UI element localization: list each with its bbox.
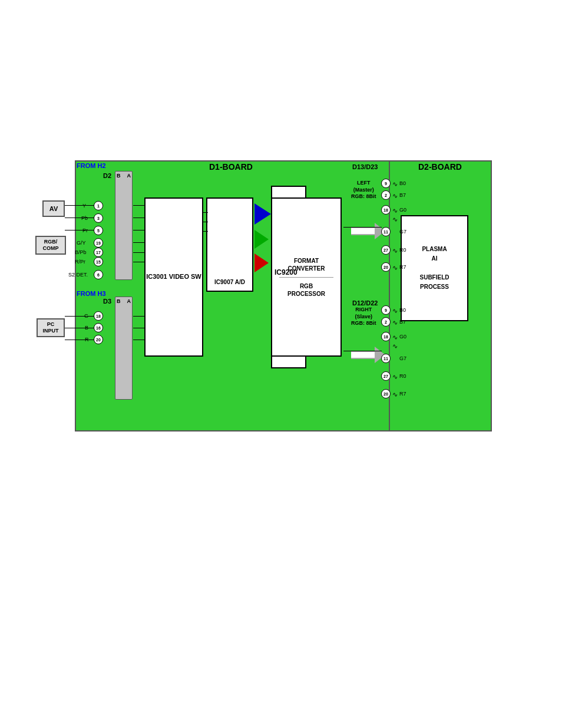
d2-board-label: D2-BOARD [418, 162, 462, 172]
right-b7-label: B7 [399, 319, 406, 325]
d2-connector-strip: B A [115, 171, 133, 280]
right-pin-2: 2 [381, 317, 391, 327]
pc-input-block: PCINPUT [37, 318, 65, 337]
left-r0-wavy: ∿ [392, 247, 398, 255]
pin-y-label: Y [82, 203, 86, 209]
d1-board-label: D1-BOARD [209, 162, 253, 172]
pin-r: 20 [94, 335, 103, 344]
left-label: LEFT(Master)RGB: 8Bit [351, 180, 376, 200]
av-label: AV [49, 205, 58, 212]
pin-y: 1 [94, 201, 103, 210]
line-pr [65, 230, 94, 230]
left-r0-label: R0 [399, 247, 406, 253]
left-r7-wavy: ∿ [392, 264, 398, 272]
d3-ic3001-line-1 [133, 316, 145, 317]
d2-connector-label: D2 [103, 172, 111, 179]
right-r7-label: R7 [399, 391, 406, 397]
right-pin-20: 20 [381, 389, 391, 398]
red-arrow [254, 253, 269, 272]
pin-pr: 5 [94, 226, 103, 235]
right-r7-wavy: ∿ [392, 391, 398, 398]
line-to-left-pins [343, 227, 382, 228]
right-g0-label: G0 [399, 334, 406, 340]
line-to-ic3001-2 [133, 218, 145, 218]
right-pin-18: 18 [381, 332, 391, 341]
left-b7-wavy: ∿ [392, 192, 398, 200]
pin-bpb: 17 [94, 248, 103, 257]
ic3001-block: IC3001 VIDEO SW [144, 197, 203, 357]
right-arrow [351, 347, 385, 363]
d3-connector-label: D3 [103, 298, 111, 305]
left-b0-label: B0 [399, 180, 406, 186]
right-pin-11: 11 [381, 354, 391, 363]
ic3001-label: IC3001 VIDEO SW [146, 272, 201, 281]
line-to-right-pins [343, 351, 382, 351]
right-g0-wavy2: ∿ [392, 342, 398, 350]
right-r0-label: R0 [399, 373, 406, 379]
left-b7-label: B7 [399, 192, 406, 198]
right-pin-9: 9 [381, 305, 391, 315]
line-ic3001-ic9007-3 [203, 231, 208, 232]
line-to-ic3001-6 [133, 262, 145, 262]
plasma-label: PLASMAAISUBFIELDPROCESS [420, 245, 449, 292]
ic9007-block: IC9007 A/D [206, 197, 253, 292]
left-pin-9: 9 [381, 179, 391, 188]
pin-gy-label: G/Y [77, 240, 86, 246]
right-b7-wavy: ∿ [392, 319, 398, 327]
left-r7-label: R7 [399, 264, 406, 270]
d3-ic3001-line-3 [133, 340, 145, 340]
pc-line-b [65, 328, 94, 328]
line-to-ic3001-4 [133, 242, 145, 243]
right-g0-wavy: ∿ [392, 334, 398, 341]
rgb-comp-label: RGB/COMP [43, 239, 59, 252]
line-pb [65, 218, 94, 218]
pin-gy: 19 [94, 238, 103, 248]
ic9200-overlay-label: IC9200 [275, 268, 297, 276]
left-g0-label: G0 [399, 207, 406, 213]
left-pin-27: 27 [381, 245, 391, 255]
left-arrow [351, 223, 385, 239]
d12-d22-label: D12/D22 [352, 299, 378, 307]
ic9007-label: IC9007 A/D [214, 278, 245, 286]
pin-rpr: 15 [94, 257, 103, 266]
green-arrow [254, 230, 269, 249]
right-b0-label: B0 [399, 307, 406, 313]
rgb-comp-input-block: RGB/COMP [35, 236, 66, 255]
d13-d23-label: D13/D23 [352, 163, 378, 170]
pin-s2det: 6 [94, 270, 103, 279]
rgb-processor-label: RGBPROCESSOR [287, 282, 325, 298]
d3-ic3001-line-2 [133, 328, 145, 328]
line-ic3001-ic9007-1 [203, 212, 208, 213]
left-b0-wavy: ∿ [392, 180, 398, 188]
blue-arrow [254, 203, 271, 225]
pin-pb: 3 [94, 213, 103, 223]
pin-s2det-label: S2 DET. [68, 272, 88, 278]
from-h2-label: FROM H2 [77, 162, 106, 169]
left-g0-wavy2: ∿ [392, 216, 398, 223]
pc-input-label: PCINPUT [43, 321, 59, 334]
av-input-block: AV [42, 200, 65, 217]
pin-pr-label: Pr [82, 228, 88, 233]
right-b0-wavy: ∿ [392, 307, 398, 315]
line-ic3001-ic9007-2 [203, 222, 208, 222]
pin-b: 16 [94, 323, 103, 332]
from-h3-label: FROM H3 [77, 290, 106, 297]
left-pin-11: 11 [381, 227, 391, 236]
left-pin-18: 18 [381, 205, 391, 215]
pc-line-g [65, 316, 94, 317]
format-block: FORMATCONVERTER RGBPROCESSOR [271, 197, 342, 357]
right-pin-27: 27 [381, 371, 391, 381]
line-to-ic3001-3 [133, 230, 145, 230]
pin-pb-label: Pb [81, 215, 88, 221]
left-g0-wavy: ∿ [392, 207, 398, 215]
line-y [65, 205, 94, 206]
d3-connector-strip: B A [115, 297, 133, 400]
right-label: RIGHT(Slave)RGB: 8Bit [351, 307, 376, 327]
line-to-ic3001-5 [133, 252, 145, 253]
left-pin-20: 20 [381, 262, 391, 272]
pc-line-r [65, 340, 94, 340]
pin-g: 18 [94, 311, 103, 321]
pin-rpr-label: R/Pr [75, 259, 85, 265]
right-g7-label: G7 [399, 355, 406, 361]
plasma-block: PLASMAAISUBFIELDPROCESS [401, 215, 468, 321]
